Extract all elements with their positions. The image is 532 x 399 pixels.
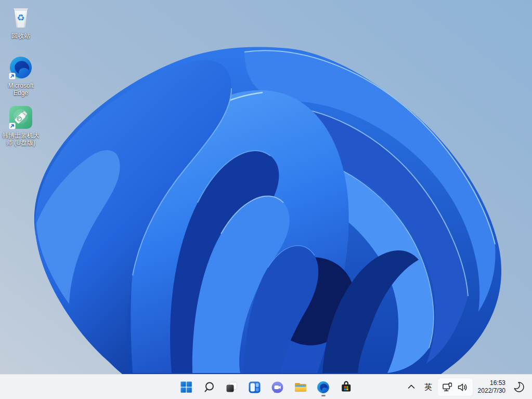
moon-focus-assist-icon [513, 381, 525, 393]
ethernet-network-icon [442, 382, 453, 393]
desktop-icon-label: Microsoft Edge [2, 82, 40, 97]
overlapping-squares-icon [225, 380, 238, 394]
edge-icon [8, 55, 33, 80]
start-button[interactable] [176, 377, 197, 397]
widgets-button[interactable] [244, 377, 265, 397]
folder-icon [294, 380, 307, 394]
quick-settings-button[interactable] [437, 378, 473, 396]
desktop-wallpaper [0, 0, 532, 399]
desktop-icon-grid: ♻ 回收站 Microsoft Edge [1, 3, 41, 153]
chevron-up-icon [406, 381, 417, 393]
windows-logo-icon [180, 381, 192, 393]
microsoft-store-button[interactable] [336, 377, 357, 397]
system-tray: 英 16:53 2022/7/30 [403, 375, 528, 399]
shopping-bag-icon [340, 380, 353, 394]
hidden-icons-button[interactable] [403, 377, 420, 397]
task-view-button[interactable] [222, 377, 242, 397]
ime-language-button[interactable]: 英 [421, 377, 436, 397]
taskbar: 英 16:53 2022/7/30 [0, 374, 532, 399]
edge-swirl-icon [317, 381, 330, 394]
desktop-icon-hanboshi-installer[interactable]: 韩博士装机大师 (U盘版) [1, 103, 41, 152]
edge-button[interactable] [313, 377, 334, 397]
shortcut-arrow-icon [9, 73, 16, 79]
notification-center-button[interactable] [510, 377, 528, 397]
recycle-bin-icon: ♻ [8, 5, 33, 30]
magnifier-icon [203, 381, 215, 393]
search-button[interactable] [199, 377, 219, 397]
running-app-indicator [321, 395, 326, 396]
svg-text:♻: ♻ [17, 12, 24, 23]
usb-installer-icon [8, 105, 33, 130]
video-chat-icon [271, 381, 284, 394]
clock-button[interactable]: 16:53 2022/7/30 [474, 377, 509, 397]
desktop-icon-microsoft-edge[interactable]: Microsoft Edge [1, 53, 41, 102]
tray-time: 16:53 [490, 379, 505, 387]
widgets-board-icon [248, 381, 261, 394]
tray-date: 2022/7/30 [478, 387, 505, 395]
desktop-icon-recycle-bin[interactable]: ♻ 回收站 [1, 3, 41, 52]
file-explorer-button[interactable] [290, 377, 311, 397]
desktop-icon-label: 韩博士装机大师 (U盘版) [2, 132, 40, 147]
bloom-artwork [0, 0, 532, 399]
speaker-volume-icon [457, 382, 469, 393]
desktop-icon-label: 回收站 [11, 32, 30, 39]
shortcut-arrow-icon [9, 123, 16, 129]
chat-button[interactable] [267, 377, 288, 397]
